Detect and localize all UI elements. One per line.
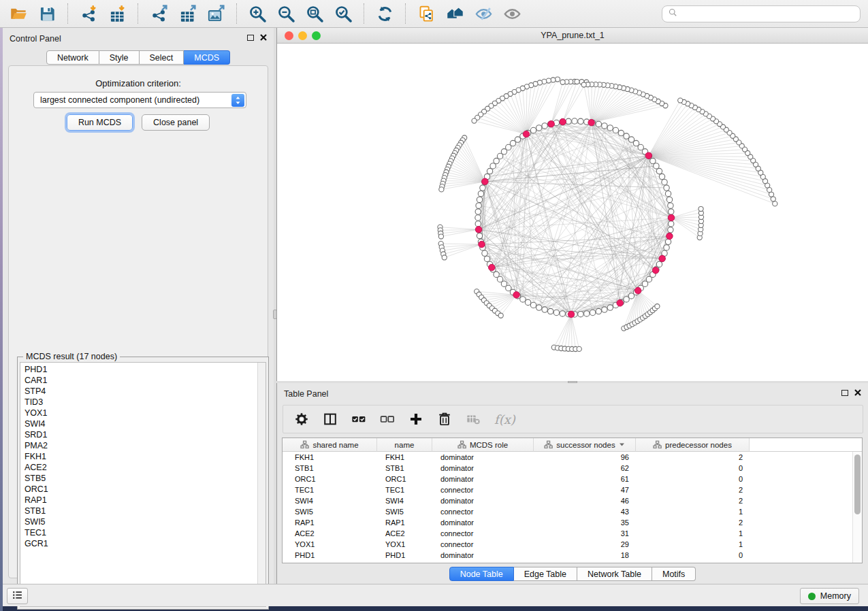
cell-mcds-role: dominator	[432, 463, 534, 474]
close-panel-icon[interactable]	[260, 34, 267, 41]
mcds-hub-node[interactable]	[668, 214, 675, 221]
mcds-hub-node[interactable]	[645, 152, 652, 159]
search-input[interactable]	[682, 9, 854, 20]
cell-successor-nodes: 46	[534, 495, 636, 506]
cell-name: FKH1	[377, 452, 432, 463]
tab-edge-table[interactable]: Edge Table	[514, 567, 577, 581]
memory-button[interactable]: Memory	[800, 588, 859, 604]
mcds-hub-node[interactable]	[568, 311, 575, 318]
mcds-hub-node[interactable]	[548, 120, 555, 127]
show-all-button[interactable]	[500, 2, 524, 25]
zoom-selected-button[interactable]	[331, 2, 355, 25]
mcds-hub-node[interactable]	[513, 292, 520, 299]
tab-motifs[interactable]: Motifs	[652, 567, 696, 581]
mcds-hub-node[interactable]	[634, 287, 641, 294]
save-session-button[interactable]	[35, 2, 59, 25]
table-row[interactable]: STB1STB1dominator620	[283, 463, 852, 474]
export-table-button[interactable]	[175, 2, 199, 25]
mcds-hub-node[interactable]	[482, 178, 489, 185]
add-column-button[interactable]	[408, 412, 423, 427]
toolbar-separator	[67, 3, 68, 24]
mcds-hub-node[interactable]	[560, 118, 566, 125]
cell-mcds-role: connector	[432, 506, 534, 517]
run-mcds-button[interactable]: Run MCDS	[67, 114, 133, 131]
mcds-hub-node[interactable]	[659, 255, 666, 262]
copy-network-button[interactable]	[414, 2, 438, 25]
scrollbar-thumb[interactable]	[854, 455, 861, 514]
cell-filler	[750, 474, 852, 484]
table-row[interactable]: SWI4SWI4dominator462	[283, 495, 852, 506]
table-scrollbar[interactable]	[852, 452, 862, 563]
network-canvas[interactable]	[277, 44, 868, 381]
open-file-button[interactable]	[6, 2, 31, 25]
mcds-hub-node[interactable]	[479, 241, 485, 248]
column-header-shared-name[interactable]: shared name	[283, 438, 377, 452]
table-row[interactable]: TEC1TEC1connector472	[283, 484, 852, 495]
table-row[interactable]: PHD1PHD1dominator180	[283, 550, 852, 561]
table-row[interactable]: RAP1RAP1dominator352	[283, 517, 852, 528]
cell-predecessor-nodes: 2	[636, 484, 750, 495]
panel-list-button[interactable]	[7, 588, 28, 604]
tab-mcds[interactable]: MCDS	[184, 50, 230, 65]
table-row[interactable]: YOX1YOX1connector291	[283, 539, 852, 550]
float-panel-icon[interactable]	[841, 390, 848, 396]
gear-icon	[294, 412, 309, 427]
column-header-mcds-role[interactable]: MCDS role	[432, 438, 534, 452]
close-window-icon[interactable]	[285, 31, 293, 40]
table-row[interactable]: ACE2ACE2connector311	[283, 528, 852, 539]
mcds-hub-node[interactable]	[652, 267, 659, 274]
zoom-out-button[interactable]	[274, 2, 298, 25]
first-neighbors-icon	[446, 5, 464, 23]
optimization-criterion-select[interactable]: largest connected component (undirected)	[33, 92, 246, 108]
export-image-button[interactable]	[204, 2, 228, 25]
mcds-hub-node[interactable]	[617, 300, 624, 307]
deselect-all-columns-button[interactable]	[380, 412, 395, 427]
mcds-result-item: TID3	[20, 397, 266, 408]
tab-node-table[interactable]: Node Table	[449, 567, 514, 581]
mcds-hub-node[interactable]	[588, 119, 595, 126]
function-builder-button: f(x)	[494, 412, 515, 427]
zoom-in-button[interactable]	[245, 2, 270, 25]
cell-mcds-role: dominator	[432, 550, 534, 561]
float-panel-icon[interactable]	[247, 35, 254, 41]
first-neighbors-button[interactable]	[443, 2, 467, 25]
open-file-icon	[10, 5, 28, 23]
cell-predecessor-nodes: 1	[636, 528, 750, 539]
zoom-out-icon	[277, 5, 295, 23]
table-row[interactable]: ORC1ORC1dominator610	[283, 474, 852, 484]
column-header-name[interactable]: name	[377, 438, 432, 452]
close-panel-icon[interactable]	[854, 389, 861, 396]
table-row[interactable]: FKH1FKH1dominator962	[283, 452, 852, 463]
minimize-window-icon[interactable]	[298, 31, 307, 40]
import-network-button[interactable]	[76, 2, 101, 25]
mcds-hub-node[interactable]	[666, 233, 673, 240]
mcds-hub-node[interactable]	[475, 227, 482, 233]
mcds-hub-node[interactable]	[488, 264, 495, 271]
mcds-list-scrollbar[interactable]	[257, 363, 266, 606]
table-settings-button[interactable]	[294, 412, 309, 427]
delete-column-button[interactable]	[437, 412, 452, 427]
column-header-successor-nodes[interactable]: successor nodes	[534, 438, 636, 452]
zoom-fit-button[interactable]	[302, 2, 327, 25]
network-window-titlebar[interactable]: YPA_prune.txt_1	[277, 28, 868, 44]
tab-network[interactable]: Network	[46, 50, 99, 65]
table-row[interactable]: SWI5SWI5connector431	[283, 506, 852, 517]
apply-layout-button[interactable]	[372, 2, 397, 25]
mcds-hub-node[interactable]	[523, 131, 530, 137]
export-network-button[interactable]	[146, 2, 171, 25]
zoom-in-icon	[248, 5, 267, 23]
hide-selected-button[interactable]	[471, 2, 496, 25]
tab-select[interactable]: Select	[140, 50, 184, 65]
cell-successor-nodes: 96	[534, 452, 636, 463]
maximize-window-icon[interactable]	[312, 31, 321, 40]
import-table-button[interactable]	[105, 2, 129, 25]
tab-network-table[interactable]: Network Table	[577, 567, 652, 581]
column-header-predecessor-nodes[interactable]: predecessor nodes	[636, 438, 750, 452]
select-all-columns-button[interactable]	[351, 412, 366, 427]
search-box[interactable]	[662, 5, 861, 22]
close-panel-button[interactable]: Close panel	[142, 114, 210, 131]
cell-shared-name: TEC1	[283, 484, 377, 495]
show-columns-button[interactable]	[323, 412, 338, 427]
mcds-result-list[interactable]: PHD1CAR1STP4TID3YOX1SWI4SRD1PMA2FKH1ACE2…	[20, 362, 266, 607]
tab-style[interactable]: Style	[99, 50, 140, 65]
